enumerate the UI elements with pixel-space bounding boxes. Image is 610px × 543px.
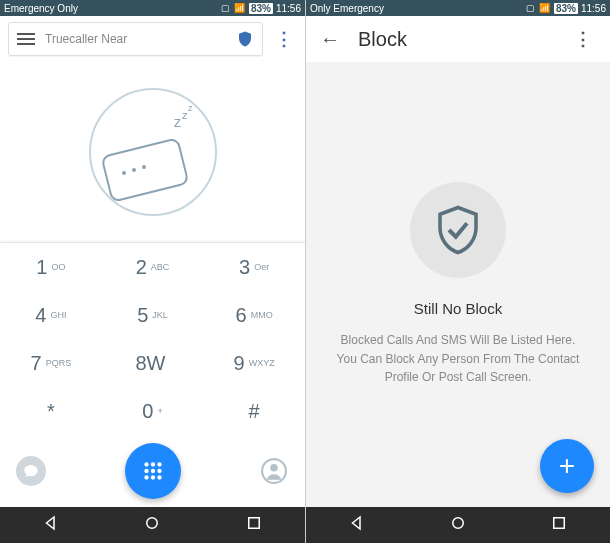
svg-point-8: [144, 462, 148, 466]
nav-back-icon[interactable]: [348, 514, 366, 536]
svg-rect-20: [249, 518, 260, 529]
page-title: Block: [358, 28, 407, 51]
status-text-left: Only Emergency: [310, 3, 384, 14]
svg-rect-22: [554, 518, 565, 529]
svg-point-15: [150, 475, 154, 479]
sleeping-phone-icon: z z z: [88, 87, 218, 217]
status-text-left: Emergency Only: [4, 3, 78, 14]
nav-back-icon[interactable]: [42, 514, 60, 536]
profile-button[interactable]: [259, 456, 289, 486]
key-0[interactable]: 0+: [102, 387, 204, 435]
svg-point-11: [144, 469, 148, 473]
battery-percent: 83%: [249, 3, 273, 14]
overflow-menu-icon[interactable]: ⋮: [570, 28, 596, 50]
battery-percent: 83%: [554, 3, 578, 14]
nav-home-icon[interactable]: [449, 514, 467, 536]
key-3[interactable]: 3Oer: [203, 243, 305, 291]
empty-title: Still No Block: [414, 300, 502, 317]
android-navbar: [0, 507, 305, 543]
search-box[interactable]: Truecaller Near: [8, 22, 263, 56]
wifi-icon: 📶: [539, 3, 551, 13]
svg-point-14: [144, 475, 148, 479]
wifi-icon: 📶: [234, 3, 246, 13]
shield-icon[interactable]: [236, 30, 254, 48]
key-1[interactable]: 1OO: [0, 243, 102, 291]
search-placeholder: Truecaller Near: [45, 32, 236, 46]
back-arrow-icon[interactable]: ←: [320, 28, 340, 51]
svg-point-21: [453, 518, 464, 529]
svg-point-19: [147, 518, 158, 529]
svg-point-16: [157, 475, 161, 479]
svg-point-12: [150, 469, 154, 473]
status-time: 11:56: [581, 3, 606, 14]
toolbar: Truecaller Near ⋮: [0, 16, 305, 62]
android-navbar: [306, 507, 610, 543]
key-4[interactable]: 4GHI: [0, 291, 102, 339]
key-9[interactable]: 9WXYZ: [203, 339, 305, 387]
menu-icon[interactable]: [17, 33, 35, 45]
key-8[interactable]: 8W: [102, 339, 204, 387]
svg-point-9: [150, 462, 154, 466]
empty-illustration: z z z: [0, 62, 305, 242]
dialpad: 1OO 2ABC 3Oer 4GHI 5JKL 6MMO 7PQRS 8W 9W…: [0, 242, 305, 507]
messages-button[interactable]: [16, 456, 46, 486]
nav-recent-icon[interactable]: [245, 514, 263, 536]
app-bar: ← Block ⋮: [306, 16, 610, 62]
key-star[interactable]: *: [0, 387, 102, 435]
empty-description: Blocked Calls And SMS Will Be Listed Her…: [332, 331, 584, 387]
screen-dialer: Emergency Only ▢ 📶 83% 11:56 Truecaller …: [0, 0, 305, 543]
dialpad-fab[interactable]: [125, 443, 181, 499]
nfc-icon: ▢: [221, 3, 231, 13]
status-bar: Emergency Only ▢ 📶 83% 11:56: [0, 0, 305, 16]
svg-point-10: [157, 462, 161, 466]
key-5[interactable]: 5JKL: [102, 291, 204, 339]
nav-recent-icon[interactable]: [550, 514, 568, 536]
block-empty-state: Still No Block Blocked Calls And SMS Wil…: [306, 62, 610, 507]
key-6[interactable]: 6MMO: [203, 291, 305, 339]
nav-home-icon[interactable]: [143, 514, 161, 536]
svg-point-4: [142, 165, 146, 169]
key-2[interactable]: 2ABC: [102, 243, 204, 291]
overflow-menu-icon[interactable]: ⋮: [271, 28, 297, 50]
svg-text:z: z: [188, 103, 193, 113]
status-time: 11:56: [276, 3, 301, 14]
key-hash[interactable]: #: [203, 387, 305, 435]
status-bar: Only Emergency ▢ 📶 83% 11:56: [306, 0, 610, 16]
svg-point-3: [132, 168, 136, 172]
nfc-icon: ▢: [526, 3, 536, 13]
svg-point-18: [270, 464, 278, 472]
svg-point-2: [122, 171, 126, 175]
shield-check-icon: [410, 182, 506, 278]
svg-text:z: z: [174, 114, 181, 130]
screen-block: Only Emergency ▢ 📶 83% 11:56 ← Block ⋮ S…: [305, 0, 610, 543]
key-7[interactable]: 7PQRS: [0, 339, 102, 387]
svg-point-13: [157, 469, 161, 473]
add-block-fab[interactable]: +: [540, 439, 594, 493]
